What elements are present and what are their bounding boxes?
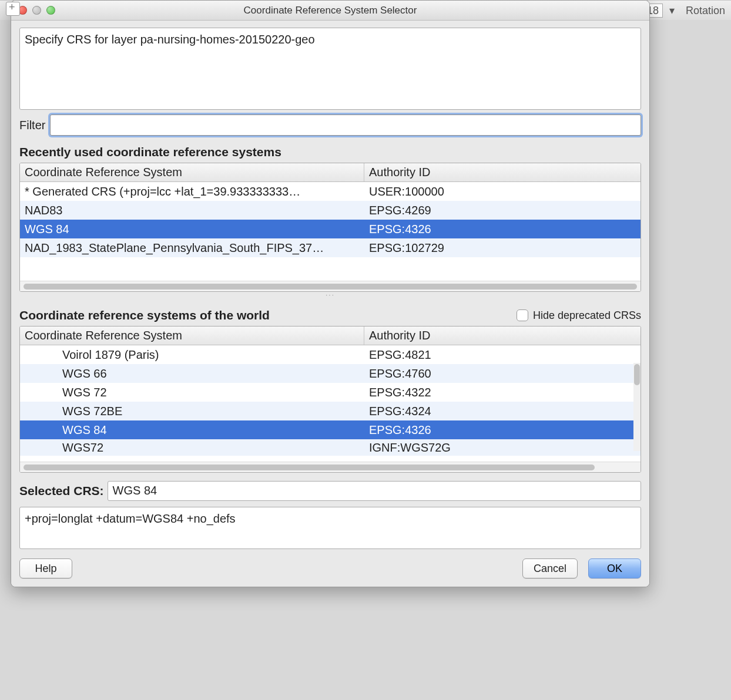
selected-crs-label: Selected CRS: — [19, 484, 104, 498]
crs-name: NAD_1983_StatePlane_Pennsylvania_South_F… — [20, 241, 364, 255]
description-text: Specify CRS for layer pa-nursing-homes-2… — [25, 33, 315, 46]
crs-name: WGS 66 — [20, 367, 364, 381]
table-row[interactable]: WGS 72 EPSG:4322 — [20, 383, 641, 402]
crs-auth: EPSG:4326 — [364, 423, 641, 437]
help-button-label: Help — [35, 563, 56, 575]
table-row[interactable]: WGS 72BE EPSG:4324 — [20, 402, 641, 420]
crs-auth: EPSG:102729 — [364, 241, 641, 255]
hide-deprecated-text: Hide deprecated CRSs — [533, 309, 641, 322]
titlebar[interactable]: Coordinate Reference System Selector — [11, 1, 649, 21]
crs-name: NAD83 — [20, 204, 364, 217]
table-row[interactable]: NAD83 EPSG:4269 — [20, 201, 641, 220]
crs-name: WGS72 — [20, 441, 364, 455]
crs-auth: EPSG:4821 — [364, 348, 641, 362]
world-crs-table: Coordinate Reference System Authority ID… — [19, 326, 641, 473]
table-row[interactable]: * Generated CRS (+proj=lcc +lat_1=39.933… — [20, 182, 641, 201]
table-row[interactable]: NAD_1983_StatePlane_Pennsylvania_South_F… — [20, 238, 641, 257]
recent-hscrollbar[interactable] — [20, 281, 641, 291]
cancel-button-label: Cancel — [534, 563, 566, 575]
crosshair-icon[interactable] — [6, 2, 20, 16]
hide-deprecated-checkbox[interactable] — [517, 309, 528, 321]
selected-crs-value: WGS 84 — [108, 481, 641, 501]
world-col-name[interactable]: Coordinate Reference System — [20, 327, 364, 345]
recent-table-body: * Generated CRS (+proj=lcc +lat_1=39.933… — [20, 182, 641, 281]
scrollbar-thumb[interactable] — [634, 364, 640, 385]
help-button[interactable]: Help — [19, 558, 72, 578]
proj-string-text: +proj=longlat +datum=WGS84 +no_defs — [25, 512, 236, 525]
ok-button[interactable]: OK — [588, 558, 641, 578]
crs-name: Voirol 1879 (Paris) — [20, 348, 364, 362]
table-row[interactable]: WGS 84 EPSG:4326 — [20, 220, 641, 238]
description-box: Specify CRS for layer pa-nursing-homes-2… — [19, 28, 641, 110]
recent-col-auth[interactable]: Authority ID — [364, 163, 641, 181]
recent-heading: Recently used coordinate reference syste… — [19, 145, 641, 159]
hide-deprecated-label[interactable]: Hide deprecated CRSs — [517, 309, 641, 322]
window-title: Coordinate Reference System Selector — [11, 5, 649, 16]
crs-auth: EPSG:4326 — [364, 223, 641, 236]
scrollbar-thumb[interactable] — [24, 465, 595, 470]
filter-input[interactable] — [50, 115, 641, 136]
recent-table-header: Coordinate Reference System Authority ID — [20, 163, 641, 182]
crs-auth: EPSG:4269 — [364, 204, 641, 217]
proj-string-box: +proj=longlat +datum=WGS84 +no_defs — [19, 507, 641, 549]
crs-name: WGS 72BE — [20, 405, 364, 418]
crs-name: WGS 84 — [20, 423, 364, 437]
recent-crs-table: Coordinate Reference System Authority ID… — [19, 163, 641, 292]
background-right-edge — [650, 35, 731, 700]
crs-auth: EPSG:4322 — [364, 386, 641, 399]
crs-auth: EPSG:4324 — [364, 405, 641, 418]
world-table-header: Coordinate Reference System Authority ID — [20, 327, 641, 345]
crs-name: WGS 84 — [20, 223, 364, 236]
crs-selector-dialog: Coordinate Reference System Selector Spe… — [11, 0, 650, 587]
background-left-edge — [0, 35, 11, 700]
chevron-down-icon[interactable]: ▾ — [669, 5, 675, 16]
table-row[interactable]: Voirol 1879 (Paris) EPSG:4821 — [20, 345, 641, 364]
crs-auth: EPSG:4760 — [364, 367, 641, 381]
world-hscrollbar[interactable] — [20, 462, 641, 472]
crs-name: * Generated CRS (+proj=lcc +lat_1=39.933… — [20, 185, 364, 198]
crs-name: WGS 72 — [20, 386, 364, 399]
splitter-grip-icon[interactable]: ··· — [19, 292, 641, 298]
filter-label: Filter — [19, 119, 45, 132]
cancel-button[interactable]: Cancel — [522, 558, 578, 578]
rotation-label: Rotation — [686, 5, 725, 16]
ok-button-label: OK — [607, 563, 622, 575]
recent-col-name[interactable]: Coordinate Reference System — [20, 163, 364, 181]
table-row[interactable]: WGS 66 EPSG:4760 — [20, 364, 641, 383]
world-table-body: Voirol 1879 (Paris) EPSG:4821 WGS 66 EPS… — [20, 345, 641, 462]
world-vscrollbar[interactable] — [633, 363, 641, 451]
world-heading: Coordinate reference systems of the worl… — [19, 308, 270, 322]
table-row[interactable]: WGS72 IGNF:WGS72G — [20, 439, 641, 456]
scrollbar-thumb[interactable] — [24, 284, 637, 290]
crs-auth: IGNF:WGS72G — [364, 441, 641, 455]
table-row[interactable]: WGS 84 EPSG:4326 — [20, 420, 641, 439]
crs-auth: USER:100000 — [364, 185, 641, 198]
world-col-auth[interactable]: Authority ID — [364, 327, 641, 345]
